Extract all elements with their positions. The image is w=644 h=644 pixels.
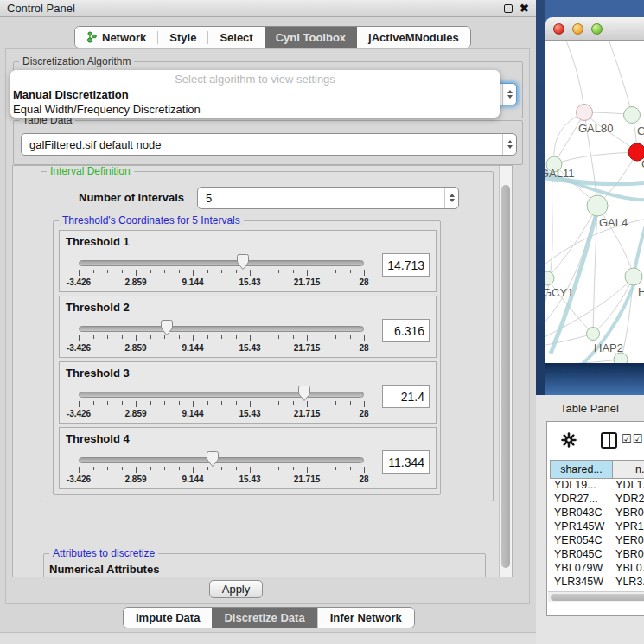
table-cell-name[interactable]: YPR1... <box>609 520 644 534</box>
table-cell-name[interactable]: YBL0... <box>609 562 644 576</box>
table-cell-shared[interactable]: YLR345W <box>550 576 609 590</box>
table-hscrollbar[interactable] <box>548 591 644 602</box>
table-row[interactable]: YDL19...YDL1... <box>550 479 644 493</box>
tab-impute-data[interactable]: Impute Data <box>124 608 212 628</box>
network-node[interactable] <box>545 271 554 285</box>
network-node[interactable] <box>577 105 593 121</box>
table-cell-shared[interactable]: YPR145W <box>550 520 609 534</box>
top-tab-bar: Network Style Select Cyni Toolbox jActiv… <box>74 26 471 48</box>
table-cell-name[interactable]: YBR0... <box>609 507 644 520</box>
table-data-combobox[interactable]: galFiltered.sif default node <box>21 133 517 156</box>
table-cell-shared[interactable]: YDL19... <box>550 479 609 493</box>
settings-scrollbar[interactable] <box>499 166 512 577</box>
threshold-slider-handle[interactable] <box>160 319 174 336</box>
table-cell-shared[interactable]: YER054C <box>550 534 609 548</box>
table-cell-name[interactable]: YBR0... <box>609 548 644 562</box>
threshold-tick <box>278 467 279 470</box>
table-row[interactable]: YPR145WYPR1... <box>550 520 644 534</box>
tab-select[interactable]: Select <box>208 27 264 48</box>
tab-cyni-toolbox[interactable]: Cyni Toolbox <box>265 27 357 48</box>
table-row[interactable]: YBR043CYBR0... <box>550 507 644 520</box>
threshold-tick <box>293 467 294 470</box>
table-row[interactable]: YBL079WYBL0... <box>550 562 644 576</box>
threshold-tick <box>107 270 108 273</box>
table-row[interactable]: YLR345WYLR3... <box>550 576 644 590</box>
algorithm-option-equal-width[interactable]: Equal Width/Frequency Discretization <box>10 102 500 117</box>
threshold-rows: Threshold 1-3.4262.8599.14415.4321.71528… <box>54 230 442 493</box>
threshold-slider-handle[interactable] <box>206 450 220 468</box>
threshold-tick <box>221 401 222 405</box>
tab-jactivemnodules[interactable]: jActiveMNodules <box>357 27 470 48</box>
window-title: Control Panel <box>7 2 75 15</box>
table-cell-name[interactable]: YDL1... <box>609 479 644 493</box>
threshold-slider-handle[interactable] <box>236 253 250 271</box>
threshold-slider-track[interactable] <box>79 392 364 398</box>
network-node[interactable] <box>587 328 600 341</box>
minimize-traffic-light-icon[interactable] <box>572 23 583 35</box>
threshold-value-field[interactable]: 6.316 <box>382 319 430 342</box>
zoom-traffic-light-icon[interactable] <box>591 23 603 35</box>
table-cell-shared[interactable]: YBL079W <box>550 562 609 576</box>
table-cell-name[interactable]: YER0... <box>609 534 644 548</box>
table-cell-name[interactable]: YDR2... <box>609 493 644 507</box>
close-traffic-light-icon[interactable] <box>553 23 564 35</box>
window-bottom-shadow <box>545 363 644 395</box>
threshold-value-field[interactable]: 11.344 <box>382 450 430 474</box>
threshold-tick <box>236 467 237 470</box>
column-header-name[interactable]: n... <box>613 460 644 479</box>
close-icon[interactable]: ✖ <box>520 4 529 13</box>
threshold-slider-track[interactable] <box>79 326 364 332</box>
table-toolbar: ☑☑ <box>547 422 644 458</box>
table-cell-shared[interactable]: YBR045C <box>550 548 609 562</box>
network-node[interactable] <box>625 268 642 285</box>
float-window-icon[interactable] <box>504 4 513 13</box>
tab-discretize-data[interactable]: Discretize Data <box>212 608 316 628</box>
threshold-tick <box>179 467 180 470</box>
table-cell-shared[interactable]: YDR27... <box>550 493 609 507</box>
algorithm-option-manual[interactable]: Manual Discretization <box>10 87 500 102</box>
table-cell-shared[interactable]: YBR043C <box>550 507 609 520</box>
combo-stepper-icon[interactable] <box>444 188 458 208</box>
gear-icon[interactable] <box>561 432 577 448</box>
network-node[interactable] <box>614 353 628 363</box>
table-header-row: shared... n... <box>550 460 644 479</box>
threshold-tick <box>335 467 336 470</box>
table-hscrollbar-thumb[interactable] <box>551 594 644 601</box>
threshold-slider-track[interactable] <box>79 457 364 463</box>
network-node[interactable] <box>624 107 641 124</box>
threshold-ticks <box>79 401 364 408</box>
threshold-tick <box>265 335 265 339</box>
combo-stepper-icon[interactable] <box>502 134 516 155</box>
threshold-tick-label: 15.43 <box>239 475 260 484</box>
network-view-window: GAL80GACGAL11GAL4GCY1HHAP2 <box>545 17 644 363</box>
table-data-combo-value: galFiltered.sif default node <box>29 138 161 151</box>
threshold-value-field[interactable]: 21.4 <box>382 385 430 408</box>
network-canvas[interactable]: GAL80GACGAL11GAL4GCY1HHAP2 <box>545 41 644 363</box>
settings-scroll-area: Interval Definition Number of Intervals … <box>12 165 513 577</box>
number-of-intervals-combobox[interactable]: 5 <box>197 187 459 209</box>
table-row[interactable]: YER054CYER0... <box>550 534 644 548</box>
table-row[interactable]: YDR27...YDR2... <box>550 493 644 507</box>
tab-network[interactable]: Network <box>75 27 157 48</box>
threshold-slider-track[interactable] <box>79 260 364 266</box>
combo-stepper-icon[interactable] <box>502 84 516 105</box>
column-header-shared[interactable]: shared... <box>550 460 613 479</box>
settings-scrollbar-thumb[interactable] <box>501 185 510 568</box>
threshold-tick-label: 15.43 <box>239 409 260 418</box>
threshold-value-field[interactable]: 14.713 <box>382 253 430 277</box>
threshold-tick <box>278 335 279 339</box>
threshold-tick <box>136 270 137 276</box>
checkbox-icons[interactable]: ☑☑ <box>622 432 643 445</box>
table-cell-name[interactable]: YLR3... <box>609 576 644 590</box>
threshold-tick <box>207 401 208 405</box>
columns-icon[interactable] <box>601 432 617 449</box>
threshold-tick-labels: -3.4262.8599.14415.4321.71528 <box>79 277 364 288</box>
threshold-slider-handle[interactable] <box>297 385 311 402</box>
network-window-titlebar[interactable] <box>545 17 644 41</box>
network-node[interactable] <box>587 195 608 216</box>
threshold-label: Threshold 2 <box>66 301 130 314</box>
apply-button[interactable]: Apply <box>209 580 263 598</box>
table-row[interactable]: YBR045CYBR0... <box>550 548 644 562</box>
tab-infer-network[interactable]: Infer Network <box>318 608 414 628</box>
tab-style[interactable]: Style <box>158 27 207 48</box>
